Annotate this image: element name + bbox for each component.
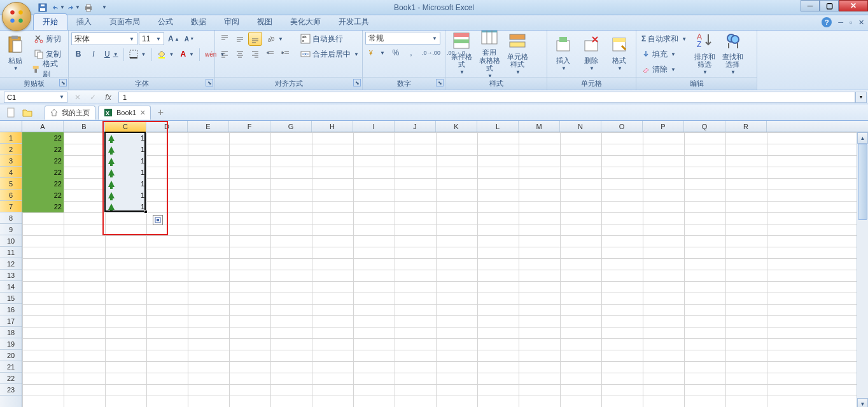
- cell-C3[interactable]: 1: [105, 155, 146, 167]
- new-doc-icon[interactable]: [4, 106, 18, 119]
- tab-view[interactable]: 视图: [248, 14, 281, 30]
- row-header-1[interactable]: 1: [0, 132, 22, 144]
- enter-formula-icon[interactable]: ✓: [87, 92, 99, 103]
- col-header-H[interactable]: H: [312, 121, 353, 132]
- align-left-icon[interactable]: [218, 47, 232, 61]
- cell-A4[interactable]: 22: [22, 167, 64, 178]
- increase-indent-icon[interactable]: [279, 47, 293, 61]
- minimize-button[interactable]: ─: [801, 0, 820, 11]
- col-header-P[interactable]: P: [643, 121, 684, 132]
- orientation-icon[interactable]: ab▼: [263, 32, 286, 46]
- font-name-select[interactable]: 宋体▼: [71, 32, 137, 45]
- doctab-home[interactable]: 我的主页: [45, 106, 95, 120]
- cell-C7[interactable]: 1: [105, 201, 146, 212]
- help-icon[interactable]: ?: [822, 17, 832, 27]
- qat-print-icon[interactable]: [81, 1, 95, 15]
- number-launcher-icon[interactable]: ⬊: [436, 79, 444, 86]
- cell-A5[interactable]: 22: [22, 178, 64, 190]
- maximize-button[interactable]: ▢: [820, 0, 839, 11]
- autofill-options-icon[interactable]: [153, 215, 163, 225]
- tab-insert[interactable]: 插入: [67, 14, 101, 30]
- col-header-J[interactable]: J: [395, 121, 436, 132]
- vertical-scrollbar[interactable]: ▲ ▼: [857, 132, 868, 407]
- col-header-D[interactable]: D: [146, 121, 188, 132]
- fx-icon[interactable]: fx: [102, 92, 115, 103]
- row-header-20[interactable]: 20: [0, 350, 22, 361]
- close-workbook-icon[interactable]: ✕: [858, 18, 864, 27]
- border-button[interactable]: ▼: [127, 47, 149, 61]
- underline-button[interactable]: U▼: [102, 47, 121, 61]
- bold-button[interactable]: B: [71, 47, 85, 61]
- open-doc-icon[interactable]: [20, 106, 34, 119]
- row-header-8[interactable]: 8: [0, 212, 22, 224]
- align-right-icon[interactable]: [248, 47, 262, 61]
- cut-button[interactable]: 剪切: [29, 32, 66, 46]
- align-launcher-icon[interactable]: ⬊: [353, 79, 361, 86]
- col-header-G[interactable]: G: [270, 121, 312, 132]
- qat-more-icon[interactable]: ▼: [97, 1, 111, 15]
- cancel-formula-icon[interactable]: ✕: [71, 92, 84, 103]
- row-header-17[interactable]: 17: [0, 315, 22, 327]
- clipboard-launcher-icon[interactable]: ⬊: [59, 79, 67, 86]
- table-format-button[interactable]: 套用 表格格式▼: [476, 32, 503, 74]
- cell-C4[interactable]: 1: [105, 167, 146, 178]
- col-header-B[interactable]: B: [64, 121, 105, 132]
- row-header-4[interactable]: 4: [0, 167, 22, 178]
- clear-button[interactable]: 清除▼: [639, 62, 683, 76]
- tab-beautify[interactable]: 美化大师: [281, 14, 330, 30]
- cell-A3[interactable]: 22: [22, 155, 64, 167]
- tab-dev[interactable]: 开发工具: [330, 14, 378, 30]
- col-header-Q[interactable]: Q: [684, 121, 725, 132]
- formula-input[interactable]: 1: [118, 92, 855, 103]
- col-header-O[interactable]: O: [601, 121, 643, 132]
- decrease-indent-icon[interactable]: [263, 47, 277, 61]
- format-cells-button[interactable]: 格式▼: [606, 32, 633, 74]
- tab-formulas[interactable]: 公式: [149, 14, 182, 30]
- cell-A2[interactable]: 22: [22, 144, 64, 155]
- cell-C6[interactable]: 1: [105, 190, 146, 201]
- row-header-12[interactable]: 12: [0, 258, 22, 270]
- col-header-A[interactable]: A: [22, 121, 64, 132]
- fill-color-button[interactable]: ▼: [155, 47, 177, 61]
- comma-icon[interactable]: ,: [404, 46, 418, 60]
- restore-window-icon[interactable]: ▫: [850, 18, 852, 26]
- align-top-icon[interactable]: [218, 32, 232, 46]
- cell-C5[interactable]: 1: [105, 178, 146, 190]
- font-size-select[interactable]: 11▼: [139, 32, 164, 45]
- scroll-thumb[interactable]: [858, 144, 867, 220]
- qat-redo-icon[interactable]: ▼: [66, 1, 80, 15]
- close-button[interactable]: ✕: [839, 0, 868, 11]
- find-select-button[interactable]: 查找和 选择▼: [719, 32, 746, 74]
- cell-C2[interactable]: 1: [105, 144, 146, 155]
- row-header-14[interactable]: 14: [0, 281, 22, 293]
- currency-icon[interactable]: ¥▼: [365, 46, 388, 60]
- close-tab-icon[interactable]: ×: [140, 107, 145, 118]
- conditional-format-button[interactable]: 条件格式▼: [448, 32, 475, 74]
- wrap-text-button[interactable]: abc自动换行: [298, 32, 355, 46]
- expand-formula-icon[interactable]: ▾: [855, 92, 867, 103]
- increase-font-icon[interactable]: A▴: [165, 32, 181, 46]
- col-header-N[interactable]: N: [560, 121, 601, 132]
- tab-home[interactable]: 开始: [33, 13, 67, 30]
- row-header-16[interactable]: 16: [0, 304, 22, 315]
- row-header-21[interactable]: 21: [0, 361, 22, 373]
- row-header-23[interactable]: 23: [0, 384, 22, 396]
- number-format-select[interactable]: 常规▼: [365, 32, 440, 45]
- col-header-K[interactable]: K: [436, 121, 477, 132]
- tab-data[interactable]: 数据: [182, 14, 215, 30]
- cell-A6[interactable]: 22: [22, 190, 64, 201]
- italic-button[interactable]: I: [87, 47, 101, 61]
- increase-decimal-icon[interactable]: .0→.00: [419, 46, 443, 60]
- col-header-I[interactable]: I: [353, 121, 395, 132]
- col-header-L[interactable]: L: [477, 121, 519, 132]
- row-header-3[interactable]: 3: [0, 155, 22, 167]
- row-header-9[interactable]: 9: [0, 224, 22, 235]
- row-header-2[interactable]: 2: [0, 144, 22, 155]
- row-header-11[interactable]: 11: [0, 247, 22, 258]
- col-header-R[interactable]: R: [725, 121, 767, 132]
- decrease-font-icon[interactable]: A▾: [182, 32, 196, 46]
- merge-center-button[interactable]: 合并后居中▼: [298, 47, 361, 61]
- fill-handle[interactable]: [144, 210, 148, 214]
- office-button[interactable]: [2, 2, 31, 31]
- align-bottom-icon[interactable]: [248, 32, 262, 46]
